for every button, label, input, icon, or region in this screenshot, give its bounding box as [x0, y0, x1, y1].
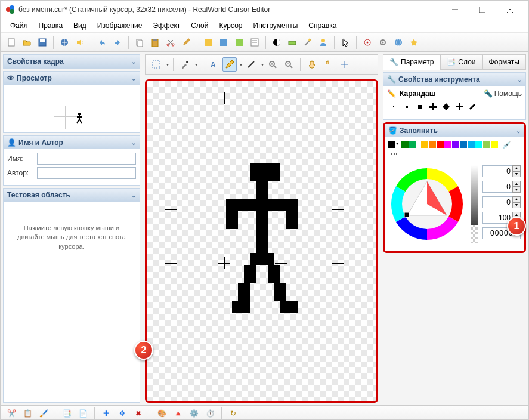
swatch[interactable]	[409, 141, 416, 148]
add-frame-icon[interactable]: ✚	[99, 406, 113, 420]
copy-frame-icon[interactable]: 📋	[20, 406, 35, 420]
close-button[interactable]	[496, 1, 524, 18]
gear-frame-icon[interactable]: ⚙️	[187, 406, 201, 420]
test-area-header[interactable]: Тестовая область⌄	[4, 189, 140, 202]
swatch[interactable]	[452, 141, 459, 148]
preview-header[interactable]: 👁Просмотр⌄	[4, 72, 140, 85]
more-colors-icon[interactable]: ⋯	[391, 150, 398, 158]
hotspot-tool-icon[interactable]	[337, 57, 351, 72]
help-link[interactable]: 🔦Помощь	[484, 89, 522, 98]
online-icon[interactable]	[57, 35, 72, 50]
color-wheel[interactable]	[388, 165, 466, 243]
spin-down[interactable]: ▼	[512, 171, 521, 177]
brush-icon[interactable]	[179, 35, 193, 50]
swatch[interactable]	[475, 141, 482, 148]
sat-input[interactable]	[482, 181, 512, 193]
color1-icon[interactable]	[201, 35, 215, 50]
zoom-out-icon[interactable]	[281, 57, 296, 72]
menu-file[interactable]: Файл	[5, 20, 33, 31]
spin-up[interactable]: ▲	[512, 165, 521, 171]
sound-icon[interactable]	[73, 35, 87, 50]
effect-icon[interactable]	[285, 35, 299, 50]
globe-icon[interactable]	[391, 35, 406, 50]
swatch-current[interactable]	[388, 141, 395, 148]
star-icon[interactable]	[407, 35, 421, 50]
line-tool-icon[interactable]	[244, 57, 258, 72]
user-icon[interactable]	[316, 35, 330, 50]
paint-frame-icon[interactable]: 🖌️	[36, 406, 51, 420]
tab-formats[interactable]: Форматы	[482, 54, 526, 70]
properties-icon[interactable]	[248, 35, 262, 50]
swatch[interactable]	[483, 141, 490, 148]
move-tool-icon[interactable]	[321, 57, 335, 72]
menu-effect[interactable]: Эффект	[148, 20, 185, 31]
menu-help[interactable]: Справка	[304, 20, 341, 31]
cursor-icon[interactable]	[338, 35, 352, 50]
swatch[interactable]	[421, 141, 428, 148]
swatch[interactable]	[491, 141, 498, 148]
swatch[interactable]	[468, 141, 475, 148]
tab-layers[interactable]: 📑Слои	[440, 54, 482, 70]
minimize-button[interactable]	[441, 1, 469, 18]
eyedropper-icon[interactable]: 💉	[502, 141, 511, 149]
duplicate-frame-icon[interactable]: 📑	[60, 406, 74, 420]
menu-image[interactable]: Изображение	[92, 20, 147, 31]
menu-view[interactable]: Вид	[69, 20, 91, 31]
clock-frame-icon[interactable]: ⏱️	[203, 406, 217, 420]
color2-icon[interactable]	[216, 35, 231, 50]
tri-frame-icon[interactable]: 🔺	[171, 406, 185, 420]
swatch[interactable]	[437, 141, 444, 148]
target-icon[interactable]	[360, 35, 375, 50]
brush-cross[interactable]	[455, 103, 463, 111]
swatch[interactable]	[429, 141, 436, 148]
frame-props-header[interactable]: Свойства кадра⌄	[4, 55, 140, 68]
dropdown-icon[interactable]: ▾	[166, 62, 169, 67]
canvas[interactable]	[145, 79, 378, 403]
brush-diamond[interactable]	[442, 103, 450, 111]
swatch[interactable]	[444, 141, 451, 148]
eyedropper-icon[interactable]	[178, 57, 192, 72]
fill-header[interactable]: 🪣Заполнить⌄	[385, 124, 524, 137]
paste-frame-icon[interactable]: 📄	[76, 406, 90, 420]
swatch[interactable]	[401, 141, 409, 148]
hand-tool-icon[interactable]	[305, 57, 319, 72]
undo-icon[interactable]	[95, 35, 109, 50]
open-icon[interactable]	[20, 35, 34, 50]
cut-frame-icon[interactable]: ✂️	[4, 406, 18, 420]
name-input[interactable]	[37, 153, 136, 165]
delete-frame-icon[interactable]: ✖	[131, 406, 146, 420]
brush-1px[interactable]	[389, 103, 398, 111]
brush-diag[interactable]	[468, 103, 477, 111]
maximize-button[interactable]	[469, 1, 496, 18]
cut-icon[interactable]	[163, 35, 178, 50]
tab-params[interactable]: 🔧Параметр	[383, 54, 440, 70]
hue-input[interactable]	[482, 165, 512, 177]
menu-layer[interactable]: Слой	[186, 20, 213, 31]
select-tool-icon[interactable]	[149, 57, 163, 72]
save-icon[interactable]	[35, 35, 50, 50]
tool-props-header[interactable]: 🔧Свойства инструмента⌄	[383, 73, 525, 86]
redo-icon[interactable]	[110, 35, 125, 50]
magic-icon[interactable]	[301, 35, 315, 50]
menu-edit[interactable]: Правка	[34, 20, 68, 31]
new-icon[interactable]	[4, 35, 18, 50]
author-input[interactable]	[37, 167, 136, 179]
brush-3px[interactable]	[416, 103, 424, 111]
brush-2px[interactable]	[403, 103, 411, 111]
pencil-tool-icon[interactable]	[222, 57, 237, 72]
menu-cursor[interactable]: Курсор	[215, 20, 248, 31]
test-area-hint[interactable]: Нажмите левую кнопку мыши и двигайте мыш…	[4, 202, 140, 273]
swatch[interactable]	[460, 141, 467, 148]
paste-icon[interactable]	[148, 35, 162, 50]
value-slider[interactable]	[471, 165, 478, 243]
name-author-header[interactable]: 👤Имя и Автор⌄	[4, 136, 140, 149]
brush-plus[interactable]	[429, 103, 437, 111]
contrast-icon[interactable]	[270, 35, 284, 50]
text-tool-icon[interactable]: A	[206, 57, 221, 72]
menu-tools[interactable]: Инструменты	[249, 20, 303, 31]
color3-icon[interactable]	[232, 35, 246, 50]
move-frame-icon[interactable]: ✥	[115, 406, 129, 420]
refresh-frame-icon[interactable]: ↻	[226, 406, 240, 420]
palette-frame-icon[interactable]: 🎨	[154, 406, 169, 420]
gear-icon[interactable]	[376, 35, 390, 50]
